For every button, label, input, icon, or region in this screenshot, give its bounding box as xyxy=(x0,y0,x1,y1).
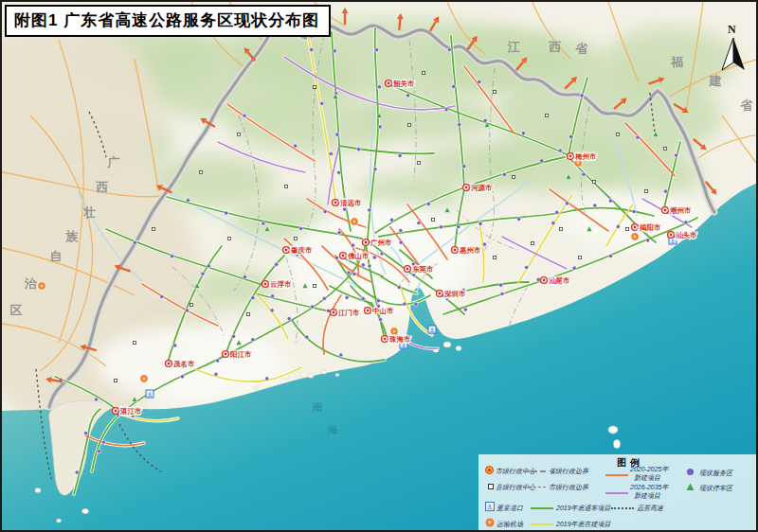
island xyxy=(322,370,327,374)
province-label: 壮 xyxy=(83,205,97,220)
map-figure: ⚓⚓⚓⚓ ✈✈✈✈✈✈✈ 韶关市清远市河源市梅州市潮州市汕头市揭阳市汕尾市惠州市… xyxy=(0,0,758,532)
service-area-dot xyxy=(565,202,568,205)
airport-icon: ✈ xyxy=(485,518,494,526)
county-center-marker xyxy=(417,161,420,164)
county-center-marker xyxy=(545,114,548,116)
legend: 图例 市级行政中心 省级行政边界 县级行政中心 市级行政边界 ⚓ 重要港口 20… xyxy=(478,454,757,530)
service-area-dot xyxy=(646,239,650,242)
island xyxy=(254,386,258,389)
county-center-marker xyxy=(512,175,514,178)
island xyxy=(608,426,618,434)
county-center-marker xyxy=(190,303,192,306)
legend-label-2035-l1: 2026-2035年 xyxy=(630,484,668,490)
service-area-dot xyxy=(368,208,371,212)
legend-label-port: 重要港口 xyxy=(496,505,523,511)
service-area-dot xyxy=(75,470,79,474)
city-label: 揭阳市 xyxy=(639,223,661,232)
city-marker: 佛山市 xyxy=(340,252,370,260)
province-label: 西 xyxy=(96,180,109,194)
city-label: 河源市 xyxy=(470,184,493,192)
service-area-dot xyxy=(251,338,255,342)
service-area-dot xyxy=(483,118,487,122)
service-area-dot xyxy=(403,302,406,306)
service-area-dot xyxy=(84,431,88,434)
city-marker: 江门市 xyxy=(331,309,360,317)
future-expwy-sample xyxy=(611,507,634,509)
service-area-dot xyxy=(399,229,403,233)
service-area-dot xyxy=(323,210,327,214)
service-area-dot xyxy=(133,240,136,244)
service-area-dot xyxy=(572,266,576,270)
svg-text:✈: ✈ xyxy=(40,283,45,289)
airport-icon: ✈ xyxy=(38,282,45,290)
service-area-dot xyxy=(101,440,105,444)
service-area-dot xyxy=(265,377,269,381)
county-center-marker xyxy=(493,90,496,93)
service-area-dot xyxy=(406,94,410,98)
island xyxy=(614,440,621,449)
service-area-dot xyxy=(378,317,382,321)
service-area-dot xyxy=(343,207,347,211)
city-label: 东莞市 xyxy=(412,265,434,274)
city-marker: 湛江市 xyxy=(113,407,142,416)
new-2025-sample xyxy=(605,474,628,476)
svg-text:✈: ✈ xyxy=(576,160,581,166)
city-marker: 惠州市 xyxy=(452,246,481,255)
opened-2019-sample xyxy=(531,507,553,509)
service-area-dot xyxy=(478,80,481,84)
service-area-dot xyxy=(593,204,597,207)
svg-text:✈: ✈ xyxy=(352,219,357,224)
service-area-dot xyxy=(664,189,668,193)
service-area-dot xyxy=(376,299,380,303)
province-boundary-sample xyxy=(523,470,546,472)
city-label: 珠海市 xyxy=(388,335,411,344)
county-center-marker xyxy=(133,341,135,344)
service-area-dot xyxy=(320,101,324,105)
service-area-dot xyxy=(201,272,205,275)
service-area-dot xyxy=(521,132,525,135)
city-marker: 茂名市 xyxy=(166,360,195,368)
province-label: 西 xyxy=(549,40,562,54)
county-center-marker xyxy=(114,379,117,381)
county-center-marker xyxy=(237,133,240,135)
svg-text:⚓: ⚓ xyxy=(487,504,493,510)
service-area-dot xyxy=(377,85,381,89)
county-center-marker xyxy=(407,123,410,126)
county-center-marker xyxy=(422,71,424,74)
island xyxy=(82,508,89,513)
province-label: 广 xyxy=(107,155,120,169)
province-label: 族 xyxy=(65,229,80,243)
svg-text:✈: ✈ xyxy=(487,519,493,525)
service-area-dot xyxy=(337,231,341,235)
city-label: 深圳市 xyxy=(443,290,466,298)
city-label: 肇庆市 xyxy=(290,246,313,255)
legend-label-parking-area: 现状停车区 xyxy=(699,485,732,491)
county-center-marker xyxy=(284,185,287,187)
county-center-marker xyxy=(313,85,316,88)
service-area-dot xyxy=(231,334,235,338)
service-area-dot xyxy=(294,144,298,148)
county-center-marker xyxy=(431,218,434,221)
service-area-dot xyxy=(270,309,274,312)
county-center-marker xyxy=(531,241,533,244)
service-area-dot xyxy=(368,264,371,268)
service-area-dot xyxy=(378,125,382,129)
service-area-dot xyxy=(262,222,265,225)
county-center-marker xyxy=(227,237,230,239)
city-marker: 深圳市 xyxy=(437,290,466,298)
service-area-dot xyxy=(305,335,309,339)
county-center-marker xyxy=(625,227,628,230)
service-area-dot xyxy=(636,135,640,139)
province-label: 治 xyxy=(25,276,38,291)
service-area-dot xyxy=(352,272,356,275)
province-label: 福 xyxy=(671,55,684,69)
service-area-dot xyxy=(482,242,486,246)
island xyxy=(296,372,300,376)
service-area-dot xyxy=(180,375,184,379)
service-area-dot xyxy=(500,292,504,295)
service-area-dot xyxy=(171,255,174,258)
airport-icon: ✈ xyxy=(140,375,148,382)
province-label: 江 xyxy=(508,40,521,54)
city-label: 云浮市 xyxy=(270,280,292,289)
service-area-dot-icon xyxy=(686,468,695,476)
